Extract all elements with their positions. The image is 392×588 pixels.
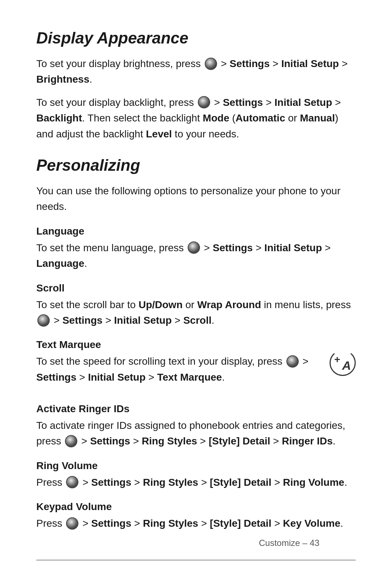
footer-rule [36, 560, 356, 560]
textmarquee-paragraph: To set the speed for scrolling text in y… [36, 353, 356, 385]
personalizing-intro: You can use the following options to per… [36, 183, 356, 215]
section-title-personalizing: Personalizing [36, 156, 356, 174]
menu-icon-ringvol [66, 476, 78, 488]
page-container: Display Appearance To set your display b… [0, 0, 392, 568]
heading-keypad-volume: Keypad Volume [36, 501, 356, 513]
heading-scroll: Scroll [36, 282, 356, 294]
scroll-text-start: To set the scroll bar to Up/Down or Wrap… [36, 299, 351, 310]
scroll-paragraph: To set the scroll bar to Up/Down or Wrap… [36, 297, 356, 328]
footer-area: Customize – 43 [36, 560, 356, 566]
ringer-paragraph: To activate ringer IDs assigned to phone… [36, 418, 356, 449]
menu-icon-scroll [37, 314, 50, 327]
ringvol-text-start: Press [36, 477, 62, 488]
backlight-paragraph: To set your display backlight, press > S… [36, 95, 356, 142]
heading-ring-volume: Ring Volume [36, 460, 356, 472]
ringvol-paragraph: Press > Settings > Ring Styles > [Style]… [36, 475, 356, 490]
scroll-path: > Settings > Initial Setup > Scroll. [54, 315, 215, 326]
heading-text-marquee: Text Marquee [36, 339, 356, 351]
keypadvol-path: > Settings > Ring Styles > [Style] Detai… [82, 518, 343, 529]
menu-icon-brightness [205, 58, 217, 70]
textmarquee-text-start: To set the speed for scrolling text in y… [36, 356, 282, 367]
heading-activate-ringer: Activate Ringer IDs [36, 403, 356, 415]
language-text-start: To set the menu language, press [36, 242, 184, 253]
backlight-text-start: To set your display backlight, press [36, 97, 194, 108]
menu-icon-ringer [65, 435, 77, 447]
menu-icon-language [188, 241, 200, 254]
keypadvol-paragraph: Press > Settings > Ring Styles > [Style]… [36, 515, 356, 531]
language-paragraph: To set the menu language, press > Settin… [36, 240, 356, 272]
ringer-path: > Settings > Ring Styles > [Style] Detai… [81, 435, 335, 447]
section-title-display: Display Appearance [36, 29, 356, 47]
ringvol-path: > Settings > Ring Styles > [Style] Detai… [82, 477, 347, 488]
brightness-paragraph: To set your display brightness, press > … [36, 56, 356, 87]
heading-language: Language [36, 225, 356, 237]
keypadvol-text-start: Press [36, 518, 62, 529]
brightness-text-start: To set your display brightness, press [36, 58, 201, 69]
footer-text: Customize – 43 [259, 538, 319, 548]
menu-icon-textmarquee [286, 355, 299, 368]
menu-icon-backlight [198, 96, 210, 108]
text-marquee-section: To set the speed for scrolling text in y… [36, 353, 356, 392]
menu-icon-keypadvol [66, 517, 78, 530]
